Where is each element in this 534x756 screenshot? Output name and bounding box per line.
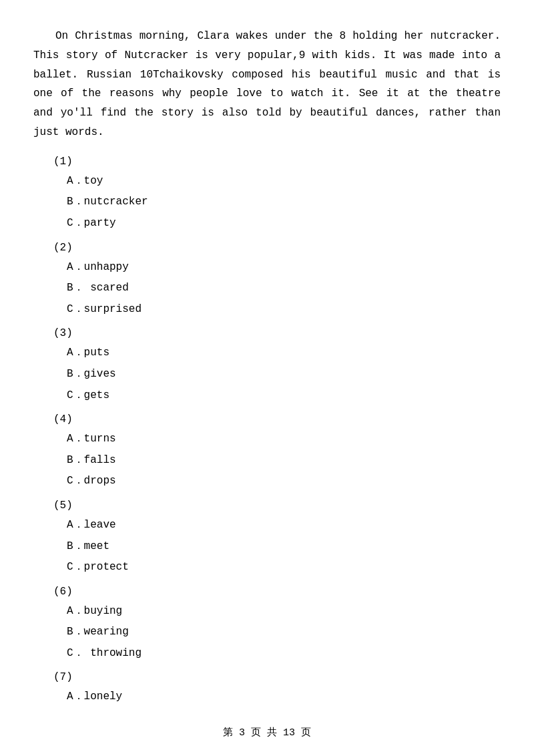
option-4-2[interactable]: B．falls xyxy=(67,452,501,469)
option-3-1[interactable]: A．puts xyxy=(67,345,501,362)
question-number-1: (1) xyxy=(53,156,501,168)
option-5-2[interactable]: B．meet xyxy=(67,538,501,556)
questions-container: (1)A．toyB．nutcrackerC．party(2)A．unhappyB… xyxy=(33,156,501,706)
option-1-1[interactable]: A．toy xyxy=(67,173,501,190)
option-5-1[interactable]: A．leave xyxy=(67,517,501,534)
option-1-2[interactable]: B．nutcracker xyxy=(67,194,501,211)
option-2-1[interactable]: A．unhappy xyxy=(67,259,501,276)
option-2-3[interactable]: C．surprised xyxy=(67,301,501,319)
option-7-1[interactable]: A．lonely xyxy=(67,689,501,706)
option-6-1[interactable]: A．buying xyxy=(67,603,501,620)
question-number-5: (5) xyxy=(53,500,501,512)
option-1-3[interactable]: C．party xyxy=(67,215,501,232)
option-3-2[interactable]: B．gives xyxy=(67,366,501,383)
question-number-6: (6) xyxy=(53,586,501,598)
option-5-3[interactable]: C．protect xyxy=(67,559,501,576)
question-number-3: (3) xyxy=(53,327,501,339)
question-number-7: (7) xyxy=(53,671,501,683)
option-4-1[interactable]: A．turns xyxy=(67,431,501,448)
option-4-3[interactable]: C．drops xyxy=(67,473,501,490)
option-6-3[interactable]: C． throwing xyxy=(67,645,501,663)
question-number-4: (4) xyxy=(53,413,501,425)
page-footer: 第 3 页 共 13 页 xyxy=(33,726,501,739)
option-2-2[interactable]: B． scared xyxy=(67,280,501,297)
option-3-3[interactable]: C．gets xyxy=(67,387,501,405)
option-6-2[interactable]: B．wearing xyxy=(67,624,501,641)
question-number-2: (2) xyxy=(53,242,501,254)
passage: On Christmas morning, Clara wakes under … xyxy=(33,27,501,142)
